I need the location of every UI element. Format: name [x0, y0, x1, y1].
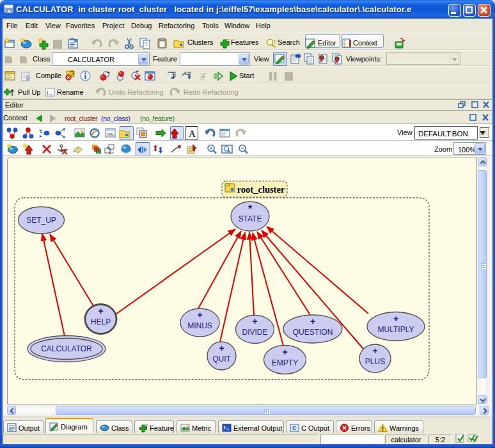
svg-text:+: +	[219, 343, 224, 353]
svg-text:MULTIPLY: MULTIPLY	[378, 325, 414, 334]
svg-text:CALCULATOR: CALCULATOR	[41, 344, 92, 353]
svg-text:PLUS: PLUS	[365, 357, 385, 366]
svg-text:90°: 90°	[109, 151, 114, 155]
svg-text:I...: I...	[47, 90, 52, 96]
svg-text:+: +	[282, 347, 287, 357]
svg-text:root_cluster: root_cluster	[237, 184, 285, 195]
svg-text:+: +	[372, 346, 377, 356]
svg-text:C: C	[292, 425, 297, 431]
svg-text:DIVIDE: DIVIDE	[242, 328, 267, 337]
svg-text:EMPTY: EMPTY	[272, 358, 298, 367]
svg-text:+: +	[252, 316, 257, 326]
svg-text:STATE: STATE	[239, 214, 262, 223]
svg-text:+: +	[197, 310, 202, 320]
svg-text:MINUS: MINUS	[187, 321, 212, 330]
svg-text:A: A	[8, 8, 12, 14]
svg-text:+: +	[98, 306, 103, 316]
svg-text:QUESTION: QUESTION	[293, 328, 333, 337]
svg-text:*: *	[248, 204, 253, 214]
svg-text:HELP: HELP	[91, 317, 111, 326]
svg-text:UML: UML	[106, 132, 114, 136]
svg-text:SET_UP: SET_UP	[26, 216, 56, 225]
svg-text:+: +	[310, 316, 315, 326]
svg-text:+: +	[393, 314, 398, 324]
svg-text:QUIT: QUIT	[212, 355, 231, 364]
